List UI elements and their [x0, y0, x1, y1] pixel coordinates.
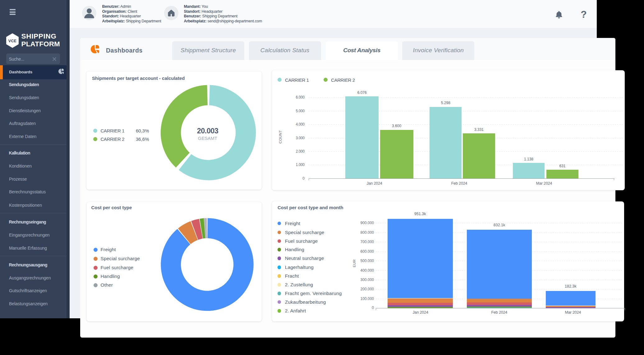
svg-text:VCE: VCE — [8, 39, 16, 43]
